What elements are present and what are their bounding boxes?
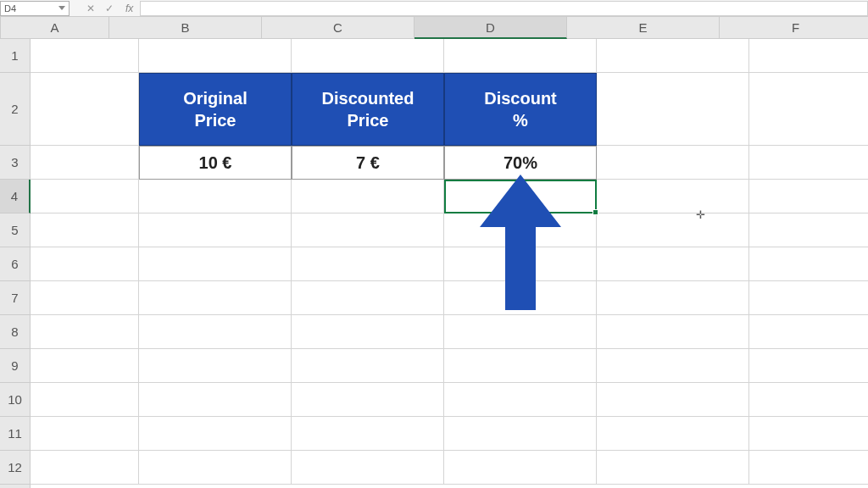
header-discount-percent[interactable]: Discount % <box>444 73 597 146</box>
col-header-F[interactable]: F <box>720 17 868 39</box>
row-header-3[interactable]: 3 <box>0 146 31 180</box>
cell[interactable] <box>31 247 139 281</box>
cell[interactable] <box>139 214 292 247</box>
cell[interactable] <box>749 180 868 214</box>
dropdown-icon[interactable] <box>58 6 65 10</box>
cell[interactable] <box>292 349 444 383</box>
cell[interactable] <box>749 281 868 315</box>
cell[interactable] <box>597 349 749 383</box>
formula-input[interactable] <box>140 1 868 16</box>
cell[interactable] <box>292 315 444 349</box>
col-header-D[interactable]: D <box>415 17 567 39</box>
row-header-13[interactable]: 13 <box>0 485 31 488</box>
cell[interactable] <box>597 315 749 349</box>
cell[interactable] <box>597 180 749 214</box>
cell[interactable] <box>31 214 139 247</box>
cell[interactable] <box>749 383 868 417</box>
cell[interactable] <box>597 247 749 281</box>
fx-label[interactable]: fx <box>125 3 133 14</box>
cell[interactable] <box>749 315 868 349</box>
row-header-2[interactable]: 2 <box>0 73 31 146</box>
row-header-11[interactable]: 11 <box>0 417 31 451</box>
header-original-price[interactable]: Original Price <box>139 73 292 146</box>
cell[interactable] <box>444 451 597 485</box>
formula-bar: D4 ✕ ✓ fx <box>0 0 868 17</box>
cell[interactable] <box>292 281 444 315</box>
cell[interactable] <box>31 39 139 73</box>
select-all-corner[interactable] <box>0 17 1 39</box>
cell[interactable] <box>31 180 139 214</box>
confirm-formula-button[interactable]: ✓ <box>100 3 119 14</box>
cell[interactable] <box>139 39 292 73</box>
cell[interactable] <box>139 180 292 214</box>
cell[interactable] <box>597 146 749 180</box>
cell[interactable] <box>597 73 749 146</box>
cancel-formula-button[interactable]: ✕ <box>81 3 100 14</box>
cell[interactable] <box>292 180 444 214</box>
cell[interactable] <box>749 73 868 146</box>
row-header-8[interactable]: 8 <box>0 315 31 349</box>
cell[interactable] <box>749 451 868 485</box>
cell[interactable] <box>292 383 444 417</box>
cell[interactable] <box>444 383 597 417</box>
col-header-C[interactable]: C <box>262 17 415 39</box>
cell[interactable] <box>31 281 139 315</box>
cell-original-price[interactable]: 10 € <box>139 146 292 180</box>
cell[interactable] <box>444 315 597 349</box>
name-box[interactable]: D4 <box>0 1 70 16</box>
row-header-9[interactable]: 9 <box>0 349 31 383</box>
cell[interactable] <box>444 349 597 383</box>
row-header-10[interactable]: 10 <box>0 383 31 417</box>
cell[interactable] <box>292 39 444 73</box>
cell[interactable] <box>749 39 868 73</box>
cell[interactable] <box>139 349 292 383</box>
cell[interactable] <box>31 146 139 180</box>
cell[interactable] <box>139 281 292 315</box>
cell[interactable] <box>292 247 444 281</box>
cell[interactable] <box>749 247 868 281</box>
cell[interactable] <box>597 39 749 73</box>
cell[interactable] <box>597 281 749 315</box>
cell[interactable] <box>139 417 292 451</box>
cell[interactable] <box>292 451 444 485</box>
row-header-5[interactable]: 5 <box>0 214 31 247</box>
cell[interactable] <box>292 214 444 247</box>
header-text: Discount <box>484 87 557 109</box>
cell[interactable] <box>31 383 139 417</box>
header-text: Discounted <box>322 87 415 109</box>
cell[interactable] <box>31 315 139 349</box>
cell[interactable] <box>444 417 597 451</box>
cell[interactable] <box>749 349 868 383</box>
cell[interactable] <box>749 214 868 247</box>
cell[interactable] <box>292 417 444 451</box>
cell[interactable] <box>139 247 292 281</box>
cell[interactable] <box>31 73 139 146</box>
cell[interactable] <box>597 451 749 485</box>
cell[interactable] <box>597 383 749 417</box>
cell[interactable] <box>139 383 292 417</box>
row-headers: 1 2 3 4 5 6 7 8 9 10 11 12 13 <box>0 39 31 488</box>
cell[interactable] <box>749 146 868 180</box>
cell[interactable] <box>31 349 139 383</box>
row-header-6[interactable]: 6 <box>0 247 31 281</box>
cell[interactable] <box>597 214 749 247</box>
cell[interactable] <box>139 315 292 349</box>
header-discounted-price[interactable]: Discounted Price <box>292 73 444 146</box>
row-header-1[interactable]: 1 <box>0 39 31 73</box>
row-header-7[interactable]: 7 <box>0 281 31 315</box>
cell[interactable] <box>31 417 139 451</box>
cell-grid[interactable]: // placeholder: actual base cells drawn … <box>31 39 868 488</box>
cell[interactable] <box>749 417 868 451</box>
fill-handle[interactable] <box>593 209 598 215</box>
cell[interactable] <box>139 451 292 485</box>
row-header-12[interactable]: 12 <box>0 451 31 485</box>
col-header-B[interactable]: B <box>109 17 262 39</box>
header-text: Original <box>183 87 248 109</box>
cell[interactable] <box>31 451 139 485</box>
row-header-4[interactable]: 4 <box>0 180 31 214</box>
cell[interactable] <box>444 39 597 73</box>
col-header-E[interactable]: E <box>567 17 720 39</box>
cell[interactable] <box>597 417 749 451</box>
cell-discounted-price[interactable]: 7 € <box>292 146 444 180</box>
col-header-A[interactable]: A <box>1 17 109 39</box>
